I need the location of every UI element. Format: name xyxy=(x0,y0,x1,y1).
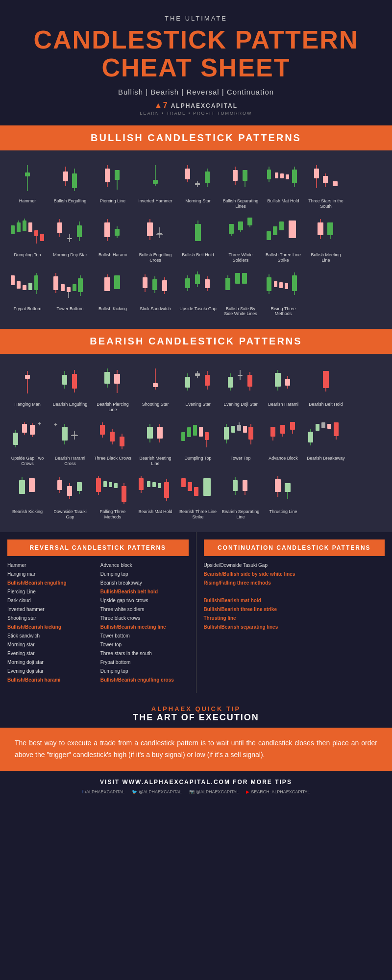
hammer-chart xyxy=(8,163,47,195)
bullish-meeting-line-chart xyxy=(307,217,345,248)
bearish-mat-hold-chart xyxy=(136,473,174,505)
svg-rect-48 xyxy=(333,181,338,186)
svg-rect-308 xyxy=(285,483,291,492)
three-white-soldiers-label: Three White Soldiers xyxy=(221,252,260,263)
reversal-item: Evening doji star xyxy=(7,668,96,675)
svg-rect-46 xyxy=(323,176,328,183)
frypat-bottom-label: Frypat Bottom xyxy=(8,306,47,312)
bearish-three-line-strike-chart xyxy=(179,473,217,505)
bullish-engulfing-cross-label: Bullish Engulfing Cross xyxy=(136,252,174,263)
piercing-line-chart xyxy=(94,163,132,195)
twitter-link[interactable]: 🐦 @ALPHAEXCAPITAL xyxy=(132,789,182,794)
svg-rect-233 xyxy=(199,427,203,437)
bullish-belt-hold-label: Bullish Belt Hold xyxy=(179,252,217,258)
svg-rect-16 xyxy=(153,180,158,184)
reversal-item: Inverted hammer xyxy=(7,606,96,613)
pattern-three-stars-south: Three Stars in the South xyxy=(306,160,346,212)
pattern-bearish-harami-cross: + Bearish Harami Cross xyxy=(50,417,90,469)
facebook-handle: /ALPHAEXCAPITAL xyxy=(85,789,124,794)
svg-rect-302 xyxy=(243,480,247,491)
frypat-bottom-chart xyxy=(8,270,47,302)
upside-gap-two-crows-label: Upside Gap Two Crows xyxy=(8,456,47,466)
pattern-thrusting-line: Thrusting Line xyxy=(263,471,303,522)
reversal-item: Evening star xyxy=(7,650,96,657)
reversal-item: Tower top xyxy=(100,641,189,648)
svg-rect-225 xyxy=(147,427,153,439)
pattern-tower-top: Tower Top xyxy=(220,417,261,469)
svg-rect-89 xyxy=(247,218,252,225)
evening-doji-star-label: Evening Doji Star xyxy=(221,402,260,407)
svg-rect-239 xyxy=(231,426,235,433)
pattern-rising-three-methods: Rising Three Methods xyxy=(263,268,303,319)
tower-bottom-chart xyxy=(51,270,89,302)
svg-rect-231 xyxy=(187,427,191,437)
bearish-mat-hold-label: Bearish Mat Hold xyxy=(136,509,174,514)
rising-three-methods-chart xyxy=(264,270,302,302)
dumpling-top-label: Dumpling Top xyxy=(179,456,217,461)
bearish-piercing-line-chart xyxy=(94,366,132,398)
svg-rect-264 xyxy=(19,480,25,494)
svg-rect-200 xyxy=(22,424,27,433)
advance-block-label: Advance Block xyxy=(264,456,302,461)
youtube-link[interactable]: ▶ SEARCH: ALPHAEXCAPITAL xyxy=(246,789,310,794)
quick-tip-subtitle: THE ART OF EXECUTION xyxy=(10,712,382,723)
pattern-bearish-meeting-line: Bearish Meeting Line xyxy=(135,417,175,469)
pattern-dumpling-top: Dumpling Top xyxy=(178,417,218,469)
svg-rect-234 xyxy=(205,432,209,440)
svg-rect-83 xyxy=(229,224,234,234)
svg-rect-274 xyxy=(77,482,82,491)
svg-rect-190 xyxy=(275,373,281,387)
svg-rect-195 xyxy=(323,371,329,388)
svg-rect-10 xyxy=(105,169,110,182)
continuation-header: CONTINUATION CANDLESTICK PATTERNS xyxy=(204,539,385,556)
svg-rect-143 xyxy=(242,273,247,284)
header: THE ULTIMATE CANDLESTICK PATTERNCHEAT SH… xyxy=(0,0,392,125)
pattern-shooting-star: Shooting Star xyxy=(135,364,175,415)
reversal-item: Bullish/Bearish harami xyxy=(7,677,96,684)
reversal-columns: Hammer Hanging man Bullish/Bearish engul… xyxy=(7,562,189,686)
bearish-breakaway-chart xyxy=(307,420,345,452)
evening-star-label: Evening Star xyxy=(179,402,217,407)
pattern-hammer: Hammer xyxy=(7,160,48,212)
pattern-bullish-kicking: Bullish Kicking xyxy=(93,268,133,319)
svg-rect-92 xyxy=(273,226,277,235)
three-black-crows-label: Three Black Crows xyxy=(94,456,132,461)
pattern-upside-gap-two-crows: + Upside Gap Two Crows xyxy=(7,417,48,469)
pattern-bullish-engulfing-cross: Bullish Engulfing Cross xyxy=(135,214,175,266)
bullish-mat-hold-chart xyxy=(264,163,302,195)
svg-rect-247 xyxy=(270,427,275,437)
tower-top-label: Tower Top xyxy=(221,456,260,461)
svg-rect-244 xyxy=(248,427,253,440)
bullish-sep-lines-label: Bullish Separating Lines xyxy=(221,198,260,209)
svg-rect-261 xyxy=(334,422,339,436)
stick-sandwich-label: Stick Sandwitch xyxy=(136,306,174,312)
quick-tip-header: ALPHAEX QUICK TIP THE ART OF EXECUTION xyxy=(0,693,392,728)
instagram-link[interactable]: 📷 @ALPHAEXCAPITAL xyxy=(189,789,239,794)
facebook-link[interactable]: f /ALPHAEXCAPITAL xyxy=(82,789,124,794)
pattern-bullish-meeting-line: Bullish Meeting Line xyxy=(306,214,346,266)
bullish-three-line-strike-chart xyxy=(264,217,302,248)
svg-rect-4 xyxy=(63,172,68,181)
reversal-col2: Advance block Dumping top Bearish breaka… xyxy=(100,562,189,686)
pattern-bearish-harami: Bearish Harami xyxy=(263,364,303,415)
svg-rect-22 xyxy=(195,183,200,185)
bearish-pattern-grid: Hanging Man Bearish Engulfing xyxy=(5,361,387,525)
svg-rect-154 xyxy=(25,375,30,379)
reversal-item: Dark cloud xyxy=(7,597,96,604)
shooting-star-chart xyxy=(136,366,174,398)
footer-social: f /ALPHAEXCAPITAL 🐦 @ALPHAEXCAPITAL 📷 @A… xyxy=(7,789,385,794)
bullish-kicking-label: Bullish Kicking xyxy=(94,306,132,312)
three-stars-south-label: Three Stars in the South xyxy=(307,198,345,209)
three-black-crows-chart xyxy=(94,420,132,452)
svg-rect-209 xyxy=(62,427,68,441)
svg-rect-13 xyxy=(115,170,120,180)
svg-rect-181 xyxy=(228,377,233,388)
youtube-handle: SEARCH: ALPHAEXCAPITAL xyxy=(251,789,310,794)
reversal-item: Bullish/Bearish engulfing xyxy=(7,580,96,587)
hanging-man-label: Hanging Man xyxy=(8,402,47,407)
svg-rect-295 xyxy=(188,482,192,491)
svg-rect-258 xyxy=(316,424,319,431)
svg-rect-1 xyxy=(25,172,30,176)
svg-rect-86 xyxy=(238,221,243,230)
svg-rect-294 xyxy=(181,478,186,487)
